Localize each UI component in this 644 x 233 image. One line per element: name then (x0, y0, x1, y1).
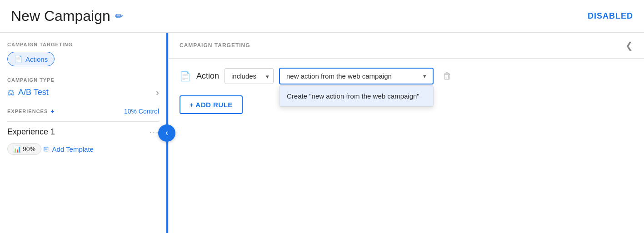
add-experience-icon[interactable]: + (50, 108, 55, 115)
campaign-type-row[interactable]: ⚖ A/B Test › (7, 87, 159, 98)
rule-row: 📄 Action includes excludes new action fr… (180, 68, 633, 84)
delete-rule-icon[interactable]: 🗑 (443, 71, 452, 81)
rule-doc-icon: 📄 (180, 71, 191, 82)
experience-pct-chip[interactable]: 📊 90% (7, 143, 41, 155)
collapse-sidebar-button[interactable]: ‹ (158, 124, 175, 142)
campaign-type-label: CAMPAIGN TYPE (7, 77, 159, 83)
campaign-type-value: ⚖ A/B Test (7, 88, 49, 98)
panel-header: CAMPAIGN TARGETING ❮ (169, 33, 644, 59)
chart-icon: 📊 (13, 145, 21, 153)
experience-card: Experience 1 ··· 📊 90% ⊞ Add Template (7, 121, 159, 160)
experiences-label-group: EXPERIENCES + (7, 108, 55, 115)
content-panel: CAMPAIGN TARGETING ❮ 📄 Action includes e… (168, 33, 644, 233)
value-wrapper: new action from the web campaign ▾ Creat… (279, 68, 434, 84)
operator-select[interactable]: includes excludes (225, 68, 274, 84)
sidebar: CAMPAIGN TARGETING 📄 Actions CAMPAIGN TY… (0, 33, 168, 233)
value-input[interactable]: new action from the web campaign ▾ (279, 68, 434, 84)
disabled-badge: DISABLED (588, 11, 633, 21)
experience-title-row: Experience 1 ··· (7, 127, 159, 137)
edit-icon[interactable]: ✏ (115, 10, 123, 22)
experiences-header: EXPERIENCES + 10% Control (7, 108, 159, 115)
header: New Campaign ✏ DISABLED (0, 0, 644, 33)
ab-icon: ⚖ (7, 88, 15, 98)
value-text: new action from the web campaign (286, 72, 419, 80)
rule-label: Action (196, 71, 219, 81)
operator-select-wrapper: includes excludes (225, 68, 274, 84)
panel-close-button[interactable]: ❮ (625, 40, 633, 51)
actions-chip-label: Actions (25, 55, 48, 63)
experience-name: Experience 1 (7, 127, 55, 137)
actions-chip[interactable]: 📄 Actions (7, 52, 55, 66)
main-layout: CAMPAIGN TARGETING 📄 Actions CAMPAIGN TY… (0, 33, 644, 233)
actions-chip-icon: 📄 (14, 55, 23, 63)
content-area: CAMPAIGN TARGETING ❮ 📄 Action includes e… (168, 33, 644, 233)
dropdown-create-item[interactable]: Create "new action from the web campaign… (280, 86, 433, 106)
chevron-right-icon: › (156, 87, 159, 98)
campaign-type-section: CAMPAIGN TYPE ⚖ A/B Test › (7, 77, 159, 98)
add-template-label: Add Template (52, 145, 93, 153)
dropdown-suggestion: Create "new action from the web campaign… (279, 85, 434, 107)
control-pct: 10% Control (124, 108, 159, 115)
value-chevron-icon: ▾ (423, 73, 426, 79)
experiences-section: EXPERIENCES + 10% Control Experience 1 ·… (7, 108, 159, 160)
more-options-icon[interactable]: ··· (150, 127, 159, 137)
header-title-group: New Campaign ✏ (11, 8, 123, 25)
campaign-title: New Campaign (11, 8, 110, 25)
add-template-icon: ⊞ (43, 145, 49, 153)
panel-body: 📄 Action includes excludes new action fr… (169, 59, 644, 123)
add-rule-button[interactable]: + ADD RULE (180, 95, 243, 114)
experience-pct: 90% (23, 145, 35, 153)
campaign-targeting-label: CAMPAIGN TARGETING (7, 42, 159, 47)
panel-title: CAMPAIGN TARGETING (180, 42, 250, 49)
add-template-link[interactable]: ⊞ Add Template (43, 145, 93, 153)
